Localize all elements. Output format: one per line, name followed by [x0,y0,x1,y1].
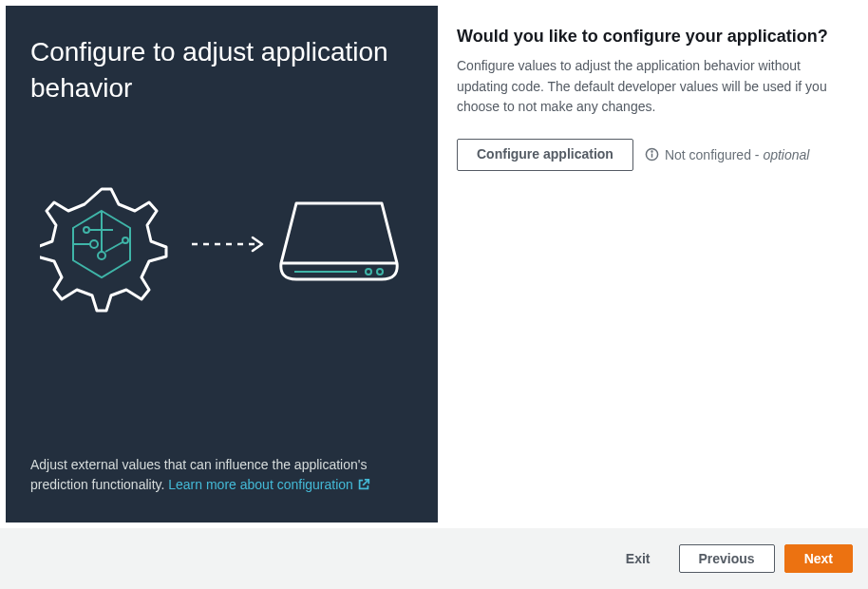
wizard-footer: Exit Previous Next [0,528,868,589]
svg-point-7 [123,238,128,243]
next-button[interactable]: Next [784,544,853,573]
configure-row: Configure application Not configured - o… [457,139,849,171]
svg-line-6 [105,242,123,252]
config-illustration [40,173,413,319]
left-panel-title: Configure to adjust application behavior [30,34,413,106]
info-icon [645,147,659,162]
gear-to-server-illustration [40,173,401,315]
left-info-panel: Configure to adjust application behavior [6,6,438,522]
learn-more-link[interactable]: Learn more about configuration [168,477,370,492]
configure-application-button[interactable]: Configure application [457,139,633,171]
svg-point-14 [377,269,383,275]
svg-point-9 [90,240,98,248]
svg-point-5 [98,252,105,259]
configure-status: Not configured - optional [645,147,810,162]
main-content: Configure to adjust application behavior [0,0,868,528]
right-panel-description: Configure values to adjust the applicati… [457,56,849,118]
status-not-configured: Not configured - optional [665,147,810,162]
svg-point-13 [366,269,371,275]
right-panel-title: Would you like to configure your applica… [457,27,849,47]
left-panel-description: Adjust external values that can influenc… [30,455,413,498]
previous-button[interactable]: Previous [679,544,775,573]
right-config-panel: Would you like to configure your applica… [438,0,868,528]
svg-point-17 [651,151,652,152]
svg-point-3 [84,227,89,233]
learn-more-link-text: Learn more about configuration [168,477,353,492]
external-link-icon [357,477,370,498]
exit-button[interactable]: Exit [607,545,670,572]
